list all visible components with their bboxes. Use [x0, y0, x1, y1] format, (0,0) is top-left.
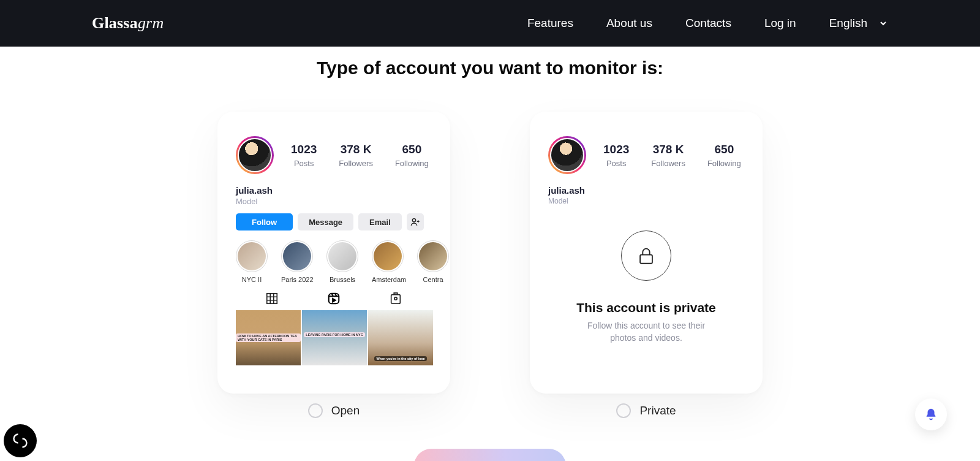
avatar-ring: [236, 136, 274, 174]
page-title: Type of account you want to monitor is:: [0, 58, 980, 78]
profile-buttons: Follow Message Email: [217, 206, 450, 230]
profile-header-row: 1023 Posts 378 K Followers 650 Following: [530, 112, 763, 174]
bell-icon: [924, 408, 938, 421]
language-selector[interactable]: English: [829, 17, 888, 30]
account-type-cards: 1023 Posts 378 K Followers 650 Following…: [0, 112, 980, 418]
svg-rect-5: [640, 254, 652, 263]
private-body: This account is private Follow this acco…: [530, 205, 763, 394]
notifications-launcher[interactable]: [915, 398, 947, 430]
profile-handle-block: julia.ash Model: [217, 174, 450, 206]
logo-primary: Glassa: [92, 14, 138, 32]
profile-header-row: 1023 Posts 378 K Followers 650 Following: [217, 112, 450, 174]
stat-following-value: 650: [707, 143, 741, 156]
main-nav: Features About us Contacts Log in Englis…: [527, 17, 888, 30]
stat-posts: 1023 Posts: [291, 143, 317, 168]
feed-post[interactable]: LEAVING PARIS FOR HOME IN NYC: [302, 310, 367, 365]
option-open-row: Open: [217, 403, 450, 418]
feed-row: HOW TO HAVE AN AFTERNOON TEA WITH YOUR C…: [236, 309, 450, 365]
stat-following: 650 Following: [395, 143, 429, 168]
lock-circle: [621, 230, 671, 281]
stat-followers: 378 K Followers: [651, 143, 685, 168]
cookie-icon: [12, 432, 29, 449]
radio-private-label: Private: [639, 404, 676, 417]
stat-posts-value: 1023: [603, 143, 629, 156]
radio-open[interactable]: [308, 403, 323, 418]
stat-following-value: 650: [395, 143, 429, 156]
highlights-row: NYC II Paris 2022 Brussels Amsterdam Cen…: [217, 230, 450, 283]
option-private-row: Private: [530, 403, 763, 418]
nav-contacts[interactable]: Contacts: [685, 17, 731, 30]
feed-caption: When you're in the city of love: [374, 356, 426, 361]
stat-following: 650 Following: [707, 143, 741, 168]
stat-posts-label: Posts: [603, 159, 629, 168]
reels-icon[interactable]: [327, 292, 341, 305]
stat-following-label: Following: [395, 159, 429, 168]
feed-caption: HOW TO HAVE AN AFTERNOON TEA WITH YOUR C…: [236, 333, 301, 342]
profile-stats: 1023 Posts 378 K Followers 650 Following: [291, 143, 429, 168]
stat-posts: 1023 Posts: [603, 143, 629, 168]
stat-posts-label: Posts: [291, 159, 317, 168]
highlight-label: Centra: [417, 276, 449, 283]
profile-username: julia.ash: [548, 185, 744, 196]
highlight-item[interactable]: NYC II: [236, 240, 268, 283]
profile-bio: Model: [236, 197, 432, 206]
feed-post[interactable]: HOW TO HAVE AN AFTERNOON TEA WITH YOUR C…: [236, 310, 301, 365]
feed-post[interactable]: When you're in the city of love: [368, 310, 433, 365]
logo-suffix: grm: [138, 14, 164, 32]
option-open-container: 1023 Posts 378 K Followers 650 Following…: [217, 112, 450, 418]
widget-launcher[interactable]: [4, 424, 37, 457]
email-button[interactable]: Email: [358, 213, 402, 230]
highlight-item[interactable]: Paris 2022: [281, 240, 313, 283]
radio-private[interactable]: [616, 403, 631, 418]
stat-followers-value: 378 K: [339, 143, 373, 156]
language-label: English: [829, 17, 867, 30]
highlight-item[interactable]: Amsterdam: [372, 240, 404, 283]
nav-about[interactable]: About us: [606, 17, 652, 30]
svg-point-0: [412, 219, 415, 222]
private-title: This account is private: [576, 300, 716, 315]
highlight-item[interactable]: Centra: [417, 240, 449, 283]
message-button[interactable]: Message: [298, 213, 353, 230]
site-logo[interactable]: Glassagrm: [92, 14, 164, 32]
private-sub-line1: Follow this account to see their: [587, 321, 705, 330]
avatar: [550, 138, 584, 172]
next-button[interactable]: Next: [414, 449, 566, 461]
svg-rect-1: [266, 294, 277, 304]
site-header: Glassagrm Features About us Contacts Log…: [0, 0, 980, 47]
highlight-label: NYC II: [236, 276, 268, 283]
nav-login[interactable]: Log in: [764, 17, 796, 30]
grid-icon[interactable]: [265, 292, 279, 305]
profile-username: julia.ash: [236, 185, 432, 196]
stat-followers-label: Followers: [339, 159, 373, 168]
stat-followers-value: 378 K: [651, 143, 685, 156]
add-user-button[interactable]: [407, 213, 424, 230]
tagged-icon[interactable]: [389, 292, 402, 305]
highlight-label: Paris 2022: [281, 276, 313, 283]
avatar: [238, 138, 272, 172]
account-card-private[interactable]: 1023 Posts 378 K Followers 650 Following…: [530, 112, 763, 394]
highlight-label: Brussels: [326, 276, 358, 283]
option-private-container: 1023 Posts 378 K Followers 650 Following…: [530, 112, 763, 418]
stat-followers: 378 K Followers: [339, 143, 373, 168]
highlight-item[interactable]: Brussels: [326, 240, 358, 283]
nav-features[interactable]: Features: [527, 17, 573, 30]
private-sub-line2: photos and videos.: [610, 333, 682, 343]
stat-posts-value: 1023: [291, 143, 317, 156]
svg-point-4: [394, 297, 397, 300]
feed-caption: LEAVING PARIS FOR HOME IN NYC: [304, 332, 364, 337]
lock-icon: [636, 245, 657, 266]
highlight-label: Amsterdam: [372, 276, 404, 283]
profile-bio: Model: [548, 197, 744, 205]
stat-followers-label: Followers: [651, 159, 685, 168]
follow-button[interactable]: Follow: [236, 213, 293, 230]
chevron-down-icon: [878, 18, 888, 28]
private-subtitle: Follow this account to see their photos …: [587, 320, 705, 344]
profile-handle-block: julia.ash Model: [530, 174, 763, 205]
stat-following-label: Following: [707, 159, 741, 168]
profile-tabs: [217, 283, 450, 309]
profile-stats: 1023 Posts 378 K Followers 650 Following: [603, 143, 741, 168]
account-card-open[interactable]: 1023 Posts 378 K Followers 650 Following…: [217, 112, 450, 394]
avatar-ring: [548, 136, 586, 174]
svg-rect-3: [391, 295, 401, 304]
radio-open-label: Open: [331, 404, 360, 417]
